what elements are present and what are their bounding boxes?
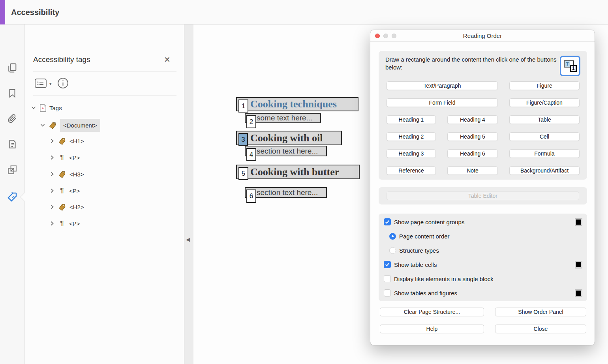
option-show-tables-and-figures: Show tables and figures [384,289,582,297]
tree-item-h1[interactable]: <H1> [49,134,84,148]
color-swatch[interactable] [575,261,582,268]
color-swatch[interactable] [575,219,582,225]
reading-order-badge[interactable]: 6 [246,190,256,203]
chevron-down-icon[interactable]: ▾ [49,81,52,86]
cell-button[interactable]: Cell [509,132,580,141]
checkbox[interactable] [384,289,391,296]
list-options-icon[interactable] [34,78,47,90]
reading-order-badge[interactable]: 4 [246,148,256,161]
heading5-button[interactable]: Heading 5 [447,132,498,141]
divider [33,71,176,71]
heading3-button[interactable]: Heading 3 [387,149,436,158]
tag-icon [58,203,67,211]
chevron-right-icon[interactable] [49,171,55,177]
content-group-heading2[interactable]: Cooking with butter [236,165,360,179]
left-tool-rail [0,24,24,364]
background-artifact-button[interactable]: Background/Artifact [509,166,580,175]
paragraph-icon: ¶ [58,187,66,195]
table-button[interactable]: Table [509,115,580,124]
page-title: Accessibility [11,0,59,24]
color-swatch[interactable] [575,290,582,296]
tag-icon [58,170,67,178]
reading-order-badge[interactable]: 1 [238,99,248,113]
heading2-button[interactable]: Heading 2 [387,132,436,141]
chevron-right-icon[interactable] [49,204,55,210]
panel-gutter [184,24,193,364]
dialog-title: Reading Order [370,30,595,42]
bookmarks-icon[interactable] [6,87,18,99]
content-group-heading3[interactable]: Cooking with oil [236,131,342,145]
chevron-down-icon[interactable] [40,122,45,128]
checkbox[interactable] [384,218,391,225]
content-icon[interactable] [6,138,18,150]
panel-toolbar: ▾ [34,77,69,90]
panel-title: Accessibility tags [33,55,90,64]
show-order-panel-button[interactable]: Show Order Panel [495,308,586,316]
reading-order-badge-selected[interactable]: 3 [238,133,248,146]
checkbox[interactable] [384,261,391,268]
text-paragraph-button[interactable]: Text/Paragraph [387,81,498,90]
tree-item-document[interactable]: <Document> [40,118,100,132]
formula-button[interactable]: Formula [509,149,580,158]
reading-order-badge[interactable]: 2 [246,115,256,128]
note-button[interactable]: Note [447,166,498,175]
purple-accent-bar [0,0,5,24]
tags-icon[interactable] [6,191,18,203]
paragraph-icon: ¶ [58,154,66,161]
tag-icon [58,137,67,145]
option-display-like-elements: Display like elements in a single block [384,275,582,283]
content-group-heading1[interactable]: Cooking techniques [236,97,358,111]
figure-caption-button[interactable]: Figure/Caption [509,98,580,107]
pdf-tags-icon [39,104,47,112]
paragraph-icon: ¶ [58,220,66,227]
divider [33,96,176,96]
tree-item-p[interactable]: ¶ <P> [49,184,80,197]
reading-order-dialog: Reading Order Draw a rectangle around th… [370,30,595,345]
radio-button[interactable] [389,233,396,240]
tree-item-p[interactable]: ¶ <P> [49,151,80,164]
content-group-text[interactable]: section text here... [245,187,327,198]
page-thumbnails-icon[interactable] [6,62,18,74]
tree-item-tags[interactable]: Tags [31,101,62,114]
instructions-text: Draw a rectangle around the content then… [385,56,563,72]
order-icon[interactable] [6,164,18,176]
radio-button[interactable] [389,247,396,254]
display-options-group: Show page content groups Page content or… [379,214,587,301]
info-icon[interactable] [57,77,69,90]
close-button[interactable]: Close [495,325,586,333]
tag-type-buttons: Text/Paragraph Figure Form Field Figure/… [387,81,580,175]
table-editor-group: Table Editor [379,187,587,205]
reading-order-badge[interactable]: 5 [238,167,248,180]
tree-item-h2[interactable]: <H2> [49,200,84,214]
heading1-button[interactable]: Heading 1 [387,115,436,124]
form-field-button[interactable]: Form Field [387,98,498,107]
reference-button[interactable]: Reference [387,166,436,175]
content-group-text[interactable]: section text here... [245,146,327,156]
option-show-page-content-groups: Show page content groups [384,218,582,226]
close-icon[interactable]: ✕ [164,55,171,64]
heading6-button[interactable]: Heading 6 [447,149,498,158]
chevron-right-icon[interactable] [49,138,55,144]
help-button[interactable]: Help [380,325,484,333]
checkbox[interactable] [384,275,391,282]
chevron-right-icon[interactable] [49,188,55,193]
heading4-button[interactable]: Heading 4 [447,115,498,124]
figure-button[interactable]: Figure [509,81,580,90]
dialog-titlebar[interactable]: Reading Order [370,30,595,42]
chevron-down-icon[interactable] [31,105,36,111]
chevron-right-icon[interactable] [49,155,55,160]
dialog-footer-buttons: Clear Page Structure... Show Order Panel… [380,308,586,333]
acrobat-accessibility-window: Accessibility Accessibility tags ✕ [0,0,608,364]
collapse-panel-icon[interactable]: ◀ [186,236,190,242]
option-structure-types: Structure types [384,246,582,254]
table-editor-button[interactable]: Table Editor [387,191,579,200]
structure-buttons-group: Draw a rectangle around the content then… [379,51,587,180]
clear-page-structure-button[interactable]: Clear Page Structure... [380,308,484,316]
reading-order-tool-icon[interactable]: T 1 [560,56,580,76]
tree-item-h3[interactable]: <H3> [49,167,84,181]
tree-item-p[interactable]: ¶ <P> [49,217,80,230]
chevron-right-icon[interactable] [49,221,55,226]
option-page-content-order: Page content order [384,232,582,240]
tag-icon [48,121,57,129]
attachments-icon[interactable] [6,113,18,124]
